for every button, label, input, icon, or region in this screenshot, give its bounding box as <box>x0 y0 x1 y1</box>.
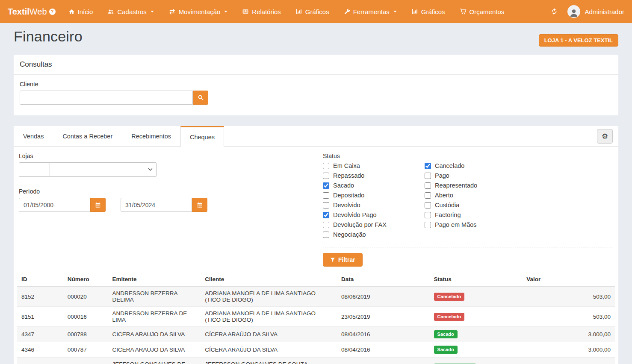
status-checkbox-em-caixa[interactable]: Em Caixa <box>323 162 425 169</box>
column-header-valor: Valor <box>522 273 615 286</box>
cheques-table-section: ID Número Emitente Cliente Data Status V… <box>14 267 618 364</box>
nav-item-ferramentas[interactable]: Ferramentas <box>344 8 397 15</box>
column-header-cliente: Cliente <box>201 273 337 286</box>
status-badge: Cancelado <box>434 313 465 321</box>
status-checkbox-cancelado[interactable]: Cancelado <box>425 162 477 169</box>
wrench-icon <box>344 9 350 15</box>
date-to-calendar-button[interactable] <box>192 198 207 212</box>
store-selector-button[interactable]: LOJA 1 - A VELOZ TEXTIL <box>539 34 618 47</box>
brand-logo[interactable]: Textil Web ? <box>8 7 56 17</box>
nav-menu: Início Cadastros Movimentação Relatórios… <box>68 8 505 15</box>
bar-chart-icon <box>411 8 418 15</box>
user-menu[interactable]: Administrador <box>567 5 624 18</box>
checkbox-input[interactable] <box>323 232 329 238</box>
column-header-emitente: Emitente <box>108 273 201 286</box>
consultas-panel: Consultas Cliente <box>14 55 618 115</box>
cheques-filter-section: Lojas Período <box>14 147 618 267</box>
date-to-input[interactable] <box>121 198 192 212</box>
checkbox-input[interactable] <box>323 173 329 179</box>
status-checkbox-aberto[interactable]: Aberto <box>425 192 477 199</box>
tab-contas-a-receber[interactable]: Contas a Receber <box>53 126 122 146</box>
page-header: Financeiro LOJA 1 - A VELOZ TEXTIL <box>0 23 632 55</box>
nav-item-graficos-1[interactable]: Gráficos <box>295 8 329 15</box>
loja-select[interactable] <box>50 162 157 177</box>
status-checkbox-negociacao[interactable]: Negociação <box>323 231 425 238</box>
checkbox-input[interactable] <box>425 173 431 179</box>
nav-label: Orçamentos <box>470 8 505 15</box>
checkbox-input[interactable] <box>323 163 329 169</box>
checkbox-input[interactable] <box>323 212 329 218</box>
status-checkbox-reapresentado[interactable]: Reapresentado <box>425 182 477 189</box>
checkbox-input[interactable] <box>323 182 329 189</box>
cell-valor: 503,00 <box>522 307 615 327</box>
nav-item-relatorios[interactable]: Relatórios <box>242 8 281 15</box>
chevron-down-icon <box>393 11 397 12</box>
lojas-label: Lojas <box>19 153 323 159</box>
bar-chart-icon <box>295 8 302 15</box>
checkbox-label: Devolvido Pago <box>333 211 377 218</box>
cell-id: 4347 <box>17 327 63 342</box>
checkbox-label: Negociação <box>333 231 366 238</box>
refresh-icon[interactable] <box>550 8 558 15</box>
exchange-icon <box>168 8 176 15</box>
status-checkbox-repassado[interactable]: Repassado <box>323 172 425 179</box>
status-checkbox-devolvido[interactable]: Devolvido <box>323 202 425 208</box>
tab-vendas[interactable]: Vendas <box>14 126 53 146</box>
checkbox-input[interactable] <box>425 222 431 228</box>
checkbox-label: Custódia <box>435 202 459 208</box>
help-icon[interactable]: ? <box>49 9 56 15</box>
status-checkbox-sacado[interactable]: Sacado <box>323 182 425 189</box>
cell-numero: 800070 <box>63 358 108 364</box>
nav-item-movimentacao[interactable]: Movimentação <box>168 8 228 15</box>
checkbox-label: Depositado <box>333 192 364 199</box>
loja-code-input[interactable] <box>19 162 50 177</box>
status-checkbox-custodia[interactable]: Custódia <box>425 202 477 208</box>
nav-label: Ferramentas <box>353 8 390 15</box>
tab-cheques[interactable]: Cheques <box>180 126 224 147</box>
top-navbar: Textil Web ? Início Cadastros Movimentaç… <box>0 0 632 23</box>
status-filter-column: Status Em Caixa Repassado Sacado Deposit… <box>323 153 613 267</box>
table-row: 8151 000016 ANDRESSON BEZERRA DE LIMA AD… <box>17 307 615 327</box>
cell-data: 08/04/2016 <box>337 342 430 358</box>
checkbox-input[interactable] <box>425 182 431 189</box>
date-from-input[interactable] <box>19 198 90 212</box>
checkbox-input[interactable] <box>323 202 329 208</box>
cell-emitente: ANDRESSON BEZERRA DE LIMA <box>108 307 201 327</box>
settings-button[interactable]: ⚙ <box>597 129 613 144</box>
table-header-row: ID Número Emitente Cliente Data Status V… <box>17 273 615 286</box>
checkbox-input[interactable] <box>425 163 431 169</box>
status-checkbox-devolvido-pago[interactable]: Devolvido Pago <box>323 211 425 218</box>
status-checkbox-factoring[interactable]: Factoring <box>425 211 477 218</box>
filtrar-button[interactable]: Filtrar <box>323 253 363 267</box>
nav-item-orcamentos[interactable]: Orçamentos <box>460 8 505 15</box>
nav-label: Relatórios <box>252 8 281 15</box>
filter-funnel-icon <box>330 257 335 262</box>
cliente-label: Cliente <box>20 81 612 88</box>
date-from-calendar-button[interactable] <box>90 198 106 212</box>
cell-emitente: ANDRESSON BEZERRA DELIMA <box>108 286 201 307</box>
cliente-search-button[interactable] <box>193 91 208 105</box>
cliente-search-input[interactable] <box>20 91 193 105</box>
tab-recebimentos[interactable]: Recebimentos <box>122 126 180 146</box>
status-checkbox-pago-em-maos[interactable]: Pago em Mãos <box>425 221 477 228</box>
checkbox-label: Factoring <box>435 211 461 218</box>
checkbox-label: Aberto <box>435 192 453 199</box>
tab-bar: Vendas Contas a Receber Recebimentos Che… <box>14 126 618 147</box>
checkbox-input[interactable] <box>323 192 329 199</box>
financeiro-tabs-panel: Vendas Contas a Receber Recebimentos Che… <box>14 126 618 364</box>
cell-id: 8152 <box>17 286 63 307</box>
nav-item-graficos-2[interactable]: Gráficos <box>411 8 445 15</box>
checkbox-input[interactable] <box>425 192 431 199</box>
status-checkbox-devolucao-por-fax[interactable]: Devolução por FAX <box>323 221 425 228</box>
nav-item-inicio[interactable]: Início <box>68 8 93 15</box>
cell-cliente: JEFERSSON GONÇALVES DE SOUZA (LUZIMAR) <box>201 358 337 364</box>
checkbox-input[interactable] <box>425 212 431 218</box>
cell-valor: 3.000,00 <box>522 327 615 342</box>
nav-item-cadastros[interactable]: Cadastros <box>107 8 154 15</box>
status-checkbox-depositado[interactable]: Depositado <box>323 192 425 199</box>
status-column-1: Em Caixa Repassado Sacado Depositado Dev… <box>323 162 425 241</box>
table-row: 8152 000020 ANDRESSON BEZERRA DELIMA ADR… <box>17 286 615 307</box>
checkbox-input[interactable] <box>323 222 329 228</box>
checkbox-input[interactable] <box>425 202 431 208</box>
status-checkbox-pago[interactable]: Pago <box>425 172 477 179</box>
